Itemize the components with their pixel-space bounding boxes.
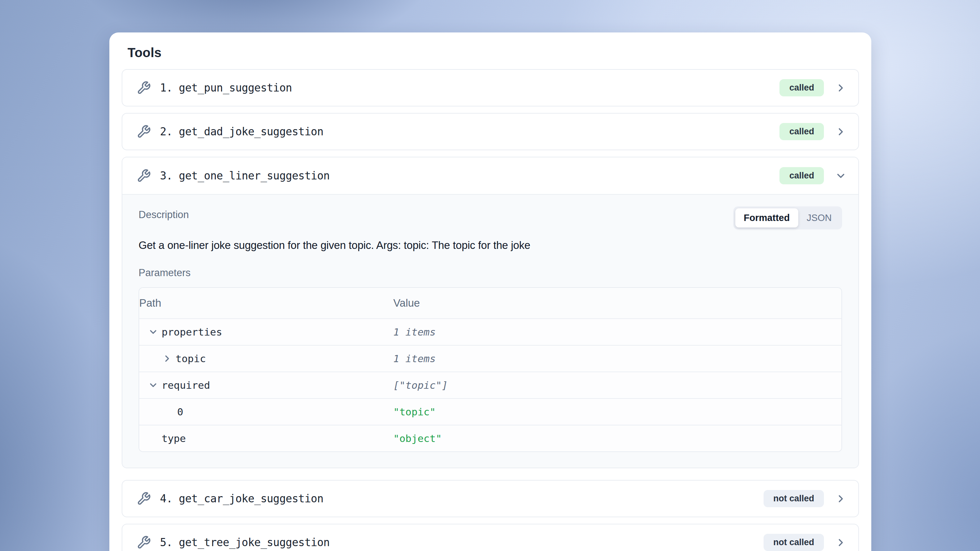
wrench-icon: [137, 535, 151, 550]
chevron-right-icon: [835, 493, 846, 505]
tool-name: 4. get_car_joke_suggestion: [160, 492, 323, 505]
json-toggle-button[interactable]: JSON: [798, 208, 840, 228]
param-value: "topic": [393, 399, 842, 425]
view-mode-toggle: Formatted JSON: [733, 206, 842, 229]
table-row-topic[interactable]: topic 1 items: [139, 345, 842, 371]
tool-row-get-one-liner-suggestion[interactable]: 3. get_one_liner_suggestion called: [123, 158, 858, 195]
status-badge: called: [780, 79, 824, 96]
chevron-right-icon: [835, 82, 846, 94]
param-value: ["topic"]: [393, 372, 842, 398]
status-badge: not called: [764, 534, 824, 551]
tool-row-get-tree-joke-suggestion[interactable]: 5. get_tree_joke_suggestion not called: [122, 524, 859, 551]
chevron-right-icon: [835, 126, 846, 138]
param-value: 1 items: [393, 319, 842, 345]
status-badge: not called: [764, 490, 824, 507]
tool-name: 2. get_dad_joke_suggestion: [160, 125, 323, 138]
table-row-required[interactable]: required ["topic"]: [139, 371, 842, 398]
parameters-label: Parameters: [138, 267, 842, 279]
panel-title: Tools: [127, 45, 859, 60]
formatted-toggle-button[interactable]: Formatted: [735, 208, 798, 228]
tool-row-get-pun-suggestion[interactable]: 1. get_pun_suggestion called: [122, 69, 859, 107]
tool-description: Get a one-liner joke suggestion for the …: [138, 239, 842, 252]
tools-panel: Tools 1. get_pun_suggestion called 2. ge…: [109, 32, 871, 551]
tool-name: 1. get_pun_suggestion: [160, 81, 292, 94]
chevron-down-icon[interactable]: [148, 327, 158, 337]
chevron-right-icon: [835, 537, 846, 548]
parameters-table-header: Path Value: [139, 288, 842, 318]
description-label: Description: [138, 209, 189, 221]
tool-name: 3. get_one_liner_suggestion: [160, 169, 330, 182]
tool-name: 5. get_tree_joke_suggestion: [160, 536, 330, 549]
tool-row-get-car-joke-suggestion[interactable]: 4. get_car_joke_suggestion not called: [122, 480, 859, 517]
wrench-icon: [137, 81, 151, 95]
value-column-header: Value: [393, 288, 842, 318]
param-path: type: [162, 433, 186, 444]
tool-detail-panel: Description Formatted JSON Get a one-lin…: [123, 195, 858, 468]
param-path: properties: [162, 326, 222, 338]
tool-row-get-dad-joke-suggestion[interactable]: 2. get_dad_joke_suggestion called: [122, 113, 859, 150]
status-badge: called: [780, 167, 824, 184]
wrench-icon: [137, 124, 151, 139]
param-value: 1 items: [393, 346, 842, 371]
chevron-down-icon: [835, 170, 846, 182]
status-badge: called: [780, 123, 824, 140]
path-column-header: Path: [139, 288, 393, 318]
chevron-down-icon[interactable]: [148, 380, 158, 390]
table-row-required-0: 0 "topic": [139, 398, 842, 425]
param-path: 0: [177, 406, 183, 418]
param-value: "object": [393, 425, 842, 451]
tool-expanded-get-one-liner-suggestion: 3. get_one_liner_suggestion called Descr…: [122, 157, 859, 468]
param-path: required: [162, 379, 210, 391]
chevron-right-icon[interactable]: [162, 354, 172, 364]
parameters-table: Path Value properties 1 items topic 1: [138, 287, 842, 452]
param-path: topic: [175, 353, 206, 365]
wrench-icon: [137, 169, 151, 183]
table-row-type: type "object": [139, 425, 842, 451]
table-row-properties[interactable]: properties 1 items: [139, 318, 842, 345]
wrench-icon: [137, 492, 151, 506]
